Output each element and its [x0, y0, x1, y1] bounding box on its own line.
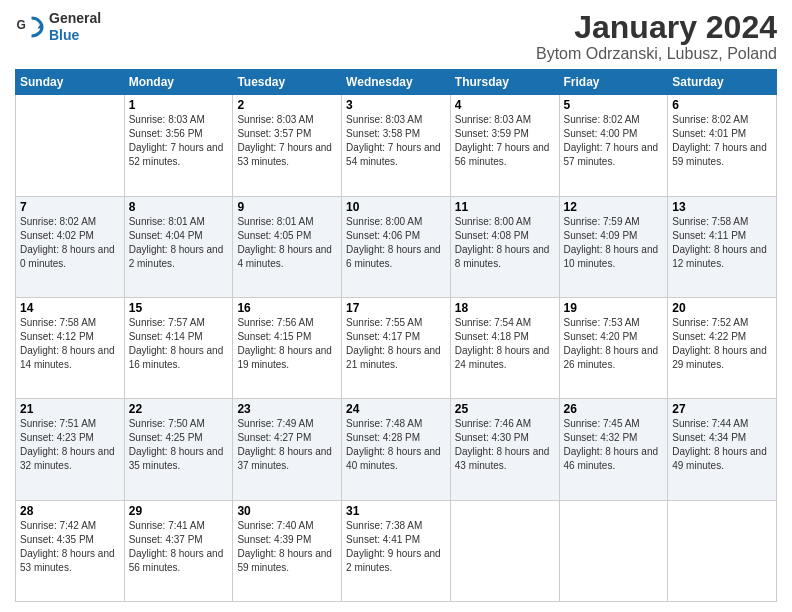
calendar-cell [450, 500, 559, 601]
calendar-page: G General Blue January 2024 Bytom Odrzan… [0, 0, 792, 612]
calendar-cell: 18Sunrise: 7:54 AMSunset: 4:18 PMDayligh… [450, 297, 559, 398]
day-number: 19 [564, 301, 664, 315]
day-number: 30 [237, 504, 337, 518]
weekday-header: Friday [559, 70, 668, 95]
day-number: 2 [237, 98, 337, 112]
weekday-header: Sunday [16, 70, 125, 95]
day-number: 24 [346, 402, 446, 416]
page-subtitle: Bytom Odrzanski, Lubusz, Poland [536, 45, 777, 63]
calendar-cell: 10Sunrise: 8:00 AMSunset: 4:06 PMDayligh… [342, 196, 451, 297]
day-number: 6 [672, 98, 772, 112]
day-detail: Sunrise: 8:02 AMSunset: 4:01 PMDaylight:… [672, 113, 772, 169]
day-number: 14 [20, 301, 120, 315]
day-number: 1 [129, 98, 229, 112]
calendar-cell: 19Sunrise: 7:53 AMSunset: 4:20 PMDayligh… [559, 297, 668, 398]
day-detail: Sunrise: 8:00 AMSunset: 4:06 PMDaylight:… [346, 215, 446, 271]
calendar-cell: 27Sunrise: 7:44 AMSunset: 4:34 PMDayligh… [668, 399, 777, 500]
day-number: 12 [564, 200, 664, 214]
calendar-cell: 28Sunrise: 7:42 AMSunset: 4:35 PMDayligh… [16, 500, 125, 601]
calendar-table: SundayMondayTuesdayWednesdayThursdayFrid… [15, 69, 777, 602]
day-detail: Sunrise: 7:52 AMSunset: 4:22 PMDaylight:… [672, 316, 772, 372]
header: G General Blue January 2024 Bytom Odrzan… [15, 10, 777, 63]
day-number: 16 [237, 301, 337, 315]
calendar-cell: 23Sunrise: 7:49 AMSunset: 4:27 PMDayligh… [233, 399, 342, 500]
calendar-cell: 6Sunrise: 8:02 AMSunset: 4:01 PMDaylight… [668, 95, 777, 196]
calendar-week-row: 7Sunrise: 8:02 AMSunset: 4:02 PMDaylight… [16, 196, 777, 297]
day-number: 4 [455, 98, 555, 112]
day-detail: Sunrise: 8:01 AMSunset: 4:04 PMDaylight:… [129, 215, 229, 271]
calendar-cell: 14Sunrise: 7:58 AMSunset: 4:12 PMDayligh… [16, 297, 125, 398]
calendar-cell [668, 500, 777, 601]
calendar-cell: 4Sunrise: 8:03 AMSunset: 3:59 PMDaylight… [450, 95, 559, 196]
day-detail: Sunrise: 8:03 AMSunset: 3:57 PMDaylight:… [237, 113, 337, 169]
day-detail: Sunrise: 7:45 AMSunset: 4:32 PMDaylight:… [564, 417, 664, 473]
day-number: 21 [20, 402, 120, 416]
calendar-cell: 15Sunrise: 7:57 AMSunset: 4:14 PMDayligh… [124, 297, 233, 398]
calendar-week-row: 14Sunrise: 7:58 AMSunset: 4:12 PMDayligh… [16, 297, 777, 398]
day-number: 5 [564, 98, 664, 112]
calendar-cell: 31Sunrise: 7:38 AMSunset: 4:41 PMDayligh… [342, 500, 451, 601]
logo: G General Blue [15, 10, 101, 44]
day-number: 29 [129, 504, 229, 518]
calendar-cell: 22Sunrise: 7:50 AMSunset: 4:25 PMDayligh… [124, 399, 233, 500]
day-detail: Sunrise: 7:51 AMSunset: 4:23 PMDaylight:… [20, 417, 120, 473]
calendar-cell: 21Sunrise: 7:51 AMSunset: 4:23 PMDayligh… [16, 399, 125, 500]
calendar-week-row: 28Sunrise: 7:42 AMSunset: 4:35 PMDayligh… [16, 500, 777, 601]
title-block: January 2024 Bytom Odrzanski, Lubusz, Po… [536, 10, 777, 63]
day-detail: Sunrise: 7:58 AMSunset: 4:12 PMDaylight:… [20, 316, 120, 372]
day-detail: Sunrise: 8:03 AMSunset: 3:56 PMDaylight:… [129, 113, 229, 169]
day-number: 7 [20, 200, 120, 214]
day-detail: Sunrise: 7:55 AMSunset: 4:17 PMDaylight:… [346, 316, 446, 372]
day-number: 26 [564, 402, 664, 416]
weekday-header-row: SundayMondayTuesdayWednesdayThursdayFrid… [16, 70, 777, 95]
calendar-cell: 11Sunrise: 8:00 AMSunset: 4:08 PMDayligh… [450, 196, 559, 297]
day-number: 28 [20, 504, 120, 518]
day-number: 18 [455, 301, 555, 315]
calendar-cell: 5Sunrise: 8:02 AMSunset: 4:00 PMDaylight… [559, 95, 668, 196]
day-number: 20 [672, 301, 772, 315]
day-detail: Sunrise: 7:41 AMSunset: 4:37 PMDaylight:… [129, 519, 229, 575]
day-number: 23 [237, 402, 337, 416]
day-detail: Sunrise: 7:56 AMSunset: 4:15 PMDaylight:… [237, 316, 337, 372]
day-detail: Sunrise: 7:57 AMSunset: 4:14 PMDaylight:… [129, 316, 229, 372]
day-number: 17 [346, 301, 446, 315]
day-detail: Sunrise: 8:02 AMSunset: 4:00 PMDaylight:… [564, 113, 664, 169]
day-number: 3 [346, 98, 446, 112]
day-detail: Sunrise: 8:03 AMSunset: 3:59 PMDaylight:… [455, 113, 555, 169]
calendar-cell: 12Sunrise: 7:59 AMSunset: 4:09 PMDayligh… [559, 196, 668, 297]
day-number: 8 [129, 200, 229, 214]
svg-text:G: G [17, 17, 26, 31]
day-detail: Sunrise: 8:02 AMSunset: 4:02 PMDaylight:… [20, 215, 120, 271]
calendar-cell [16, 95, 125, 196]
day-detail: Sunrise: 7:46 AMSunset: 4:30 PMDaylight:… [455, 417, 555, 473]
weekday-header: Tuesday [233, 70, 342, 95]
logo-icon: G [15, 12, 45, 42]
calendar-cell: 20Sunrise: 7:52 AMSunset: 4:22 PMDayligh… [668, 297, 777, 398]
day-detail: Sunrise: 8:01 AMSunset: 4:05 PMDaylight:… [237, 215, 337, 271]
calendar-cell: 30Sunrise: 7:40 AMSunset: 4:39 PMDayligh… [233, 500, 342, 601]
weekday-header: Wednesday [342, 70, 451, 95]
calendar-cell [559, 500, 668, 601]
calendar-cell: 16Sunrise: 7:56 AMSunset: 4:15 PMDayligh… [233, 297, 342, 398]
calendar-cell: 24Sunrise: 7:48 AMSunset: 4:28 PMDayligh… [342, 399, 451, 500]
day-detail: Sunrise: 7:53 AMSunset: 4:20 PMDaylight:… [564, 316, 664, 372]
calendar-cell: 29Sunrise: 7:41 AMSunset: 4:37 PMDayligh… [124, 500, 233, 601]
day-number: 11 [455, 200, 555, 214]
day-detail: Sunrise: 8:00 AMSunset: 4:08 PMDaylight:… [455, 215, 555, 271]
day-number: 25 [455, 402, 555, 416]
day-detail: Sunrise: 7:48 AMSunset: 4:28 PMDaylight:… [346, 417, 446, 473]
day-detail: Sunrise: 7:50 AMSunset: 4:25 PMDaylight:… [129, 417, 229, 473]
calendar-cell: 1Sunrise: 8:03 AMSunset: 3:56 PMDaylight… [124, 95, 233, 196]
weekday-header: Monday [124, 70, 233, 95]
day-number: 22 [129, 402, 229, 416]
weekday-header: Thursday [450, 70, 559, 95]
calendar-cell: 13Sunrise: 7:58 AMSunset: 4:11 PMDayligh… [668, 196, 777, 297]
day-number: 27 [672, 402, 772, 416]
day-detail: Sunrise: 7:54 AMSunset: 4:18 PMDaylight:… [455, 316, 555, 372]
page-title: January 2024 [536, 10, 777, 45]
day-detail: Sunrise: 8:03 AMSunset: 3:58 PMDaylight:… [346, 113, 446, 169]
day-detail: Sunrise: 7:59 AMSunset: 4:09 PMDaylight:… [564, 215, 664, 271]
logo-text: General Blue [49, 10, 101, 44]
day-detail: Sunrise: 7:42 AMSunset: 4:35 PMDaylight:… [20, 519, 120, 575]
day-detail: Sunrise: 7:44 AMSunset: 4:34 PMDaylight:… [672, 417, 772, 473]
